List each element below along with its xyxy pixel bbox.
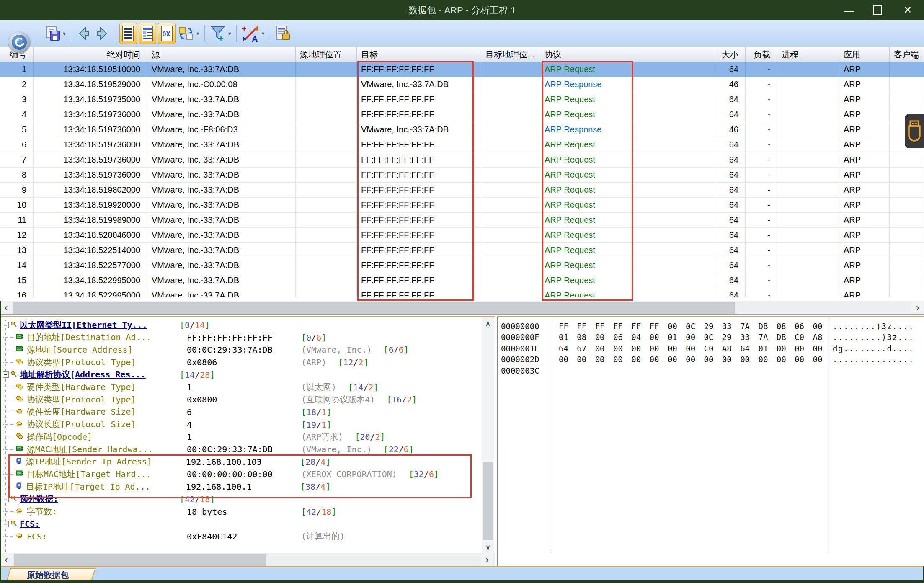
packet-row-13[interactable]: 1313:34:18.522514000VMware, Inc.-33:7A:D… <box>0 243 924 258</box>
scroll-right-button[interactable]: › <box>481 553 493 567</box>
packet-row-1[interactable]: 113:34:18.519510000VMware, Inc.-33:7A:DB… <box>0 62 924 77</box>
tree-horizontal-scrollbar[interactable]: ‹ › <box>0 553 495 567</box>
cell: VMware, Inc.-33:7A:DB <box>147 152 296 167</box>
usb-overlay-icon[interactable] <box>905 114 924 148</box>
field-label: 硬件类型[Hardware Type] <box>27 382 187 393</box>
tree-row-section[interactable]: −以太网类型II[Ethernet Ty...[0/14] <box>0 319 482 331</box>
packet-row-12[interactable]: 1213:34:18.520046000VMware, Inc.-33:7A:D… <box>0 228 924 243</box>
scroll-right-button[interactable]: › <box>911 301 924 315</box>
table-horizontal-scrollbar[interactable]: ‹ › <box>0 301 924 315</box>
hex-dump-view[interactable]: 00000000FF FF FF FF FF FF 00 0C 29 33 7A… <box>497 316 924 566</box>
save-button[interactable]: ▼ <box>44 23 67 44</box>
tree-row-field[interactable]: FCS:0xF840C142(计算出的) <box>0 530 482 543</box>
scroll-left-button[interactable]: ‹ <box>0 553 13 567</box>
tree-row-field[interactable]: 协议类型[Protocol Type]0x0800(互联网协议版本4)[16/2… <box>0 393 482 406</box>
scroll-left-button[interactable]: ‹ <box>0 301 13 315</box>
hex-view-button[interactable]: 0X <box>158 23 176 44</box>
column-header-7[interactable]: 协议 <box>540 47 717 62</box>
tree-vertical-scrollbar[interactable]: ∧ ∨ <box>482 317 494 553</box>
scrollbar-thumb[interactable] <box>13 302 735 314</box>
tree-row-section[interactable]: −FCS: <box>0 518 482 530</box>
tree-row-field[interactable]: 目标IP地址[Target Ip Ad...192.168.100.1[38/4… <box>0 480 482 493</box>
offset-length-bracket: [0/6] <box>301 333 326 343</box>
column-header-8[interactable]: 大小 <box>717 47 746 62</box>
tree-row-field[interactable]: 硬件长度[Hardware Size]6[18/1] <box>0 406 482 418</box>
packet-row-14[interactable]: 1413:34:18.522577000VMware, Inc.-33:7A:D… <box>0 258 924 273</box>
app-logo-icon[interactable] <box>8 32 30 53</box>
tree-row-field[interactable]: 硬件类型[Hardware Type]1(以太网)[14/2] <box>0 381 482 394</box>
lock-page-icon <box>274 25 291 42</box>
tree-row-field[interactable]: 操作码[Opcode]1(ARP请求)[20/2] <box>0 431 482 443</box>
field-view-button[interactable] <box>139 23 156 44</box>
column-header-4[interactable]: 源地理位置 <box>296 47 357 62</box>
marker-dropdown-arrow[interactable]: ▼ <box>261 31 266 36</box>
packet-row-15[interactable]: 1513:34:18.522995000VMware, Inc.-33:7A:D… <box>0 273 924 288</box>
column-header-9[interactable]: 负载 <box>746 47 777 62</box>
column-header-6[interactable]: 目标地理位... <box>481 47 540 62</box>
locate-marker-button[interactable]: + A ▼ <box>241 23 266 44</box>
tree-row-field[interactable]: 协议类型[Protocol Type]0x0806(ARP)[12/2] <box>0 356 482 369</box>
packet-row-3[interactable]: 313:34:18.519735000VMware, Inc.-33:7A:DB… <box>0 92 924 107</box>
hex-row[interactable]: 0000003C <box>498 365 923 376</box>
column-header-2[interactable]: 绝对时间 <box>34 47 147 62</box>
packet-row-6[interactable]: 613:34:18.519736000VMware, Inc.-33:7A:DB… <box>0 137 924 152</box>
tab-raw-packet[interactable]: 原始数据包 <box>6 568 90 581</box>
column-header-5[interactable]: 目标 <box>357 47 481 62</box>
tree-row-field[interactable]: 协议长度[Protocol Size]4[19/1] <box>0 418 482 431</box>
scroll-down-button[interactable]: ∨ <box>482 541 494 553</box>
packet-row-4[interactable]: 413:34:18.519736000VMware, Inc.-33:7A:DB… <box>0 107 924 122</box>
hex-row[interactable]: 0000000F01 08 00 06 04 00 01 00 0C 29 33… <box>498 332 923 343</box>
column-header-12[interactable]: 客户端 <box>890 47 924 62</box>
collapse-toggle-icon[interactable]: − <box>3 521 9 527</box>
maximize-button[interactable] <box>865 0 890 20</box>
packet-row-9[interactable]: 913:34:18.519802000VMware, Inc.-33:7A:DB… <box>0 183 924 198</box>
swap-columns-button[interactable]: ▼ <box>177 23 200 44</box>
field-value: 1 <box>187 382 301 392</box>
packet-row-11[interactable]: 1113:34:18.519989000VMware, Inc.-33:7A:D… <box>0 213 924 228</box>
swap-dropdown-arrow[interactable]: ▼ <box>196 31 200 36</box>
tree-row-field[interactable]: 目标MAC地址[Target Hard...00:00:00:00:00:00(… <box>0 468 482 480</box>
packet-list-view-button[interactable] <box>119 23 137 44</box>
packet-row-10[interactable]: 1013:34:18.519920000VMware, Inc.-33:7A:D… <box>0 198 924 213</box>
tree-row-field[interactable]: 字节数:18 bytes[42/18] <box>0 506 482 518</box>
tree-row-section[interactable]: −地址解析协议[Address Res...[14/28] <box>0 369 482 381</box>
save-dropdown-arrow[interactable]: ▼ <box>62 31 67 36</box>
cell: - <box>746 243 777 258</box>
cell: - <box>746 183 777 197</box>
tree-row-section[interactable]: −额外数据:[42/18] <box>0 493 482 506</box>
close-button[interactable]: ✕ <box>895 0 921 20</box>
minimize-button[interactable] <box>836 0 862 20</box>
hex-row[interactable]: 0000002D00 00 00 00 00 00 00 00 00 00 00… <box>498 354 923 365</box>
lock-page-button[interactable] <box>274 23 291 44</box>
filter-dropdown-arrow[interactable]: ▼ <box>227 31 232 36</box>
tree-row-field[interactable]: 源MAC地址[Sender Hardwa...00:0C:29:33:7A:DB… <box>0 443 482 456</box>
cell: - <box>746 168 777 182</box>
collapse-toggle-icon[interactable]: − <box>3 371 9 378</box>
cell: 13:34:18.520046000 <box>34 228 147 242</box>
filter-button[interactable]: + ▼ <box>209 23 232 44</box>
collapse-toggle-icon[interactable]: − <box>3 496 9 502</box>
scrollbar-thumb[interactable] <box>483 462 493 540</box>
back-arrow-icon <box>76 25 91 42</box>
tree-row-field[interactable]: 源地址[Source Address]00:0C:29:33:7A:DB(VMw… <box>0 343 482 356</box>
column-header-11[interactable]: 应用 <box>839 47 890 62</box>
hex-row[interactable]: 00000000FF FF FF FF FF FF 00 0C 29 33 7A… <box>498 320 923 332</box>
collapse-toggle-icon[interactable]: − <box>3 322 9 328</box>
scrollbar-thumb[interactable] <box>14 554 266 566</box>
packet-row-2[interactable]: 213:34:18.519529000VMware, Inc.-C0:00:08… <box>0 77 924 92</box>
scroll-up-button[interactable]: ∧ <box>482 317 494 329</box>
column-header-10[interactable]: 进程 <box>777 47 839 62</box>
toolbar-separator <box>115 25 115 42</box>
packet-row-7[interactable]: 713:34:18.519736000VMware, Inc.-33:7A:DB… <box>0 152 924 168</box>
tree-row-field[interactable]: 目的地址[Destination Ad...FF:FF:FF:FF:FF:FF[… <box>0 331 482 344</box>
packet-row-16[interactable]: 1613:34:18.522995000VMware, Inc.-33:7A:D… <box>0 288 924 297</box>
cell <box>890 198 924 212</box>
cell <box>890 152 924 167</box>
forward-button[interactable] <box>94 23 111 44</box>
packet-row-8[interactable]: 813:34:18.519736000VMware, Inc.-33:7A:DB… <box>0 168 924 183</box>
packet-row-5[interactable]: 513:34:18.519736000VMware, Inc.-F8:06:D3… <box>0 122 924 137</box>
hex-row[interactable]: 0000001E64 67 00 00 00 00 00 00 C0 A8 64… <box>498 343 923 354</box>
back-button[interactable] <box>75 23 92 44</box>
tree-row-field[interactable]: 源IP地址[Sender Ip Adress]192.168.100.103[2… <box>0 456 482 468</box>
column-header-3[interactable]: 源 <box>147 47 296 62</box>
